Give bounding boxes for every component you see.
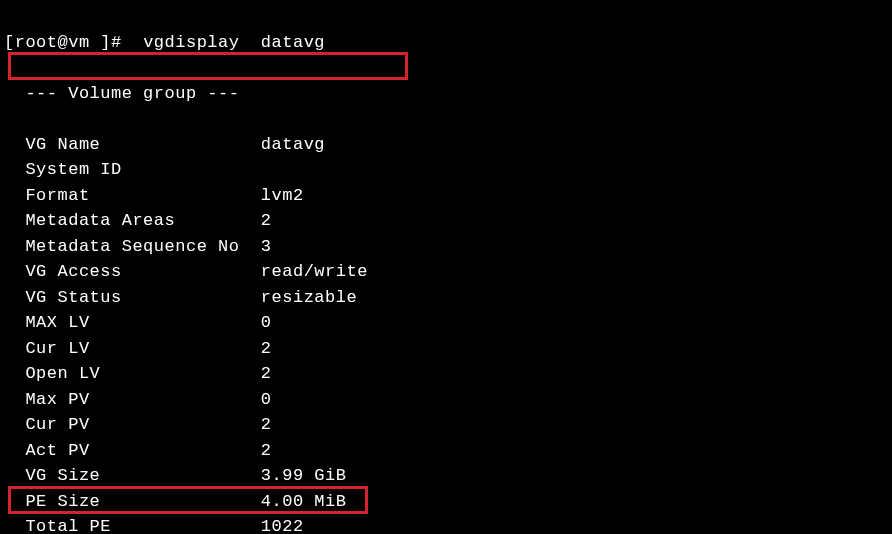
section-header: --- Volume group --- (4, 81, 888, 107)
field-row: VG Access read/write (4, 259, 888, 285)
field-label: VG Name (4, 135, 261, 154)
field-label: Total PE (4, 517, 261, 534)
field-value: 2 (261, 415, 272, 434)
field-label: Format (4, 186, 261, 205)
field-label: Open LV (4, 364, 261, 383)
field-label: Act PV (4, 441, 261, 460)
field-row: Total PE 1022 (4, 514, 888, 534)
command-line: [root@vm ]# vgdisplay datavg (4, 30, 888, 56)
field-row: Metadata Areas 2 (4, 208, 888, 234)
shell-prompt: [root@vm ]# (4, 33, 122, 52)
field-row: MAX LV 0 (4, 310, 888, 336)
field-value: 2 (261, 211, 272, 230)
field-label: VG Access (4, 262, 261, 281)
field-label: Metadata Areas (4, 211, 261, 230)
field-value: 3.99 GiB (261, 466, 347, 485)
field-row: PE Size 4.00 MiB (4, 489, 888, 515)
field-row: Max PV 0 (4, 387, 888, 413)
field-value: 4.00 MiB (261, 492, 347, 511)
field-value: 0 (261, 390, 272, 409)
field-value: 2 (261, 339, 272, 358)
terminal-output: [root@vm ]# vgdisplay datavg --- Volume … (4, 4, 888, 534)
field-value: 1022 (261, 517, 304, 534)
field-row: Format lvm2 (4, 183, 888, 209)
field-label: Cur LV (4, 339, 261, 358)
field-row: VG Name datavg (4, 132, 888, 158)
field-label: Cur PV (4, 415, 261, 434)
field-label: Max PV (4, 390, 261, 409)
field-value: read/write (261, 262, 368, 281)
field-row: VG Size 3.99 GiB (4, 463, 888, 489)
field-value: 2 (261, 441, 272, 460)
field-label: VG Status (4, 288, 261, 307)
field-row: VG Status resizable (4, 285, 888, 311)
field-value: 0 (261, 313, 272, 332)
field-value: lvm2 (261, 186, 304, 205)
field-row: Open LV 2 (4, 361, 888, 387)
field-value: 2 (261, 364, 272, 383)
field-label: VG Size (4, 466, 261, 485)
field-row: Cur PV 2 (4, 412, 888, 438)
field-row: Act PV 2 (4, 438, 888, 464)
field-label: System ID (4, 160, 261, 179)
field-value: 3 (261, 237, 272, 256)
field-label: Metadata Sequence No (4, 237, 261, 256)
field-label: MAX LV (4, 313, 261, 332)
field-row: System ID (4, 157, 888, 183)
field-row: Cur LV 2 (4, 336, 888, 362)
command-text: vgdisplay datavg (143, 33, 325, 52)
field-label: PE Size (4, 492, 261, 511)
field-value: resizable (261, 288, 357, 307)
field-value: datavg (261, 135, 325, 154)
field-row: Metadata Sequence No 3 (4, 234, 888, 260)
